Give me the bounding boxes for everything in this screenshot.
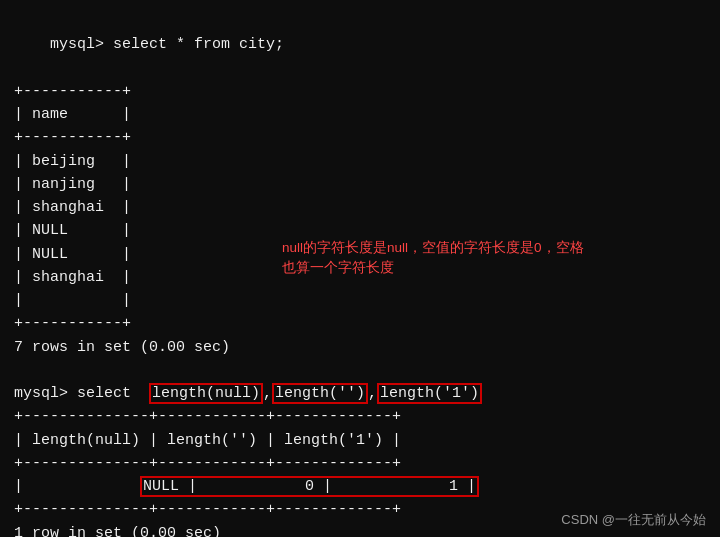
terminal-window: mysql> select * from city; +-----------+…	[0, 0, 720, 537]
length-one-call: length('1')	[377, 383, 482, 404]
cmd-select-length: mysql> select length(null),length(''),le…	[14, 382, 706, 405]
length-null-call: length(null)	[149, 383, 263, 404]
annotation-popup: null的字符长度是null，空值的字符长度是0，空格 也算一个字符长度	[282, 238, 584, 279]
table-row-empty: | |	[14, 289, 706, 312]
table-sep-2: +-----------+	[14, 126, 706, 149]
annotation-line-2: 也算一个字符长度	[282, 258, 584, 278]
prompt-text: mysql> select * from city;	[50, 36, 284, 53]
cmd-select-city: mysql> select * from city;	[14, 10, 706, 80]
table-sep-3: +-----------+	[14, 312, 706, 335]
annotation-line-1: null的字符长度是null，空值的字符长度是0，空格	[282, 238, 584, 258]
comma-2: ,	[368, 385, 377, 402]
csdn-watermark: CSDN @一往无前从今始	[561, 511, 706, 529]
table-row-nanjing: | nanjing |	[14, 173, 706, 196]
result-sep-1: +--------------+------------+-----------…	[14, 405, 706, 428]
length-empty-call: length('')	[272, 383, 368, 404]
row-count-info: 7 rows in set (0.00 sec)	[14, 336, 706, 359]
table-row-beijing: | beijing |	[14, 150, 706, 173]
blank-line	[14, 359, 706, 382]
table-header-name: | name |	[14, 103, 706, 126]
result-data-row: | NULL | 0 | 1 |	[14, 475, 706, 498]
comma-1: ,	[263, 385, 272, 402]
table-sep-1: +-----------+	[14, 80, 706, 103]
table-row-shanghai-1: | shanghai |	[14, 196, 706, 219]
result-null-value: NULL | 0 | 1 |	[140, 476, 479, 497]
result-header: | length(null) | length('') | length('1'…	[14, 429, 706, 452]
prompt-select-length: mysql> select	[14, 385, 149, 402]
result-sep-2: +--------------+------------+-----------…	[14, 452, 706, 475]
